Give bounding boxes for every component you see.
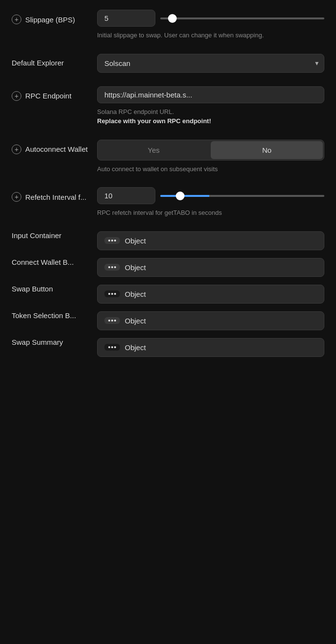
- refetch-label: + Refetch Interval f...: [12, 187, 89, 202]
- object-row-content-1: Object: [97, 258, 324, 277]
- object-row-2: Swap ButtonObject: [12, 285, 324, 304]
- object-button-4[interactable]: Object: [97, 338, 324, 357]
- slippage-input[interactable]: [97, 10, 155, 27]
- refetch-input[interactable]: [97, 187, 155, 204]
- dots-button-0[interactable]: [104, 237, 120, 244]
- autoconnect-label: + Autoconnect Wallet: [12, 140, 89, 154]
- object-row-content-2: Object: [97, 285, 324, 304]
- slippage-expand-icon[interactable]: +: [12, 15, 21, 24]
- object-label-0: Object: [125, 237, 146, 245]
- object-row-label-4: Swap Summary: [12, 338, 89, 346]
- object-label-3: Object: [125, 317, 146, 325]
- rpc-endpoint-label: + RPC Endpoint: [12, 86, 89, 101]
- dots-button-2[interactable]: [104, 290, 120, 297]
- object-label-2: Object: [125, 290, 146, 298]
- object-row-3: Token Selection B...Object: [12, 311, 324, 330]
- object-row-content-4: Object: [97, 338, 324, 357]
- autoconnect-yes-button[interactable]: Yes: [98, 140, 210, 160]
- explorer-select[interactable]: Solscan Solana Explorer SolanaFM: [97, 54, 324, 73]
- default-explorer-label: Default Explorer: [12, 54, 89, 67]
- slippage-slider[interactable]: [160, 17, 324, 19]
- object-label-4: Object: [125, 343, 146, 352]
- object-row-label-0: Input Container: [12, 231, 89, 240]
- dots-button-3[interactable]: [104, 317, 120, 324]
- autoconnect-toggle-group: Yes No: [97, 140, 324, 161]
- dots-button-4[interactable]: [104, 344, 120, 351]
- object-row-label-1: Connect Wallet B...: [12, 258, 89, 266]
- rpc-description: Solana RPC endpoint URL. Replace with yo…: [97, 107, 324, 126]
- rpc-input[interactable]: [97, 86, 324, 103]
- slippage-label: + Slippage (BPS): [12, 10, 89, 24]
- refetch-description: RPC refetch interval for getTABO in seco…: [97, 208, 324, 218]
- object-button-0[interactable]: Object: [97, 231, 324, 250]
- refetch-content: RPC refetch interval for getTABO in seco…: [97, 187, 324, 218]
- default-explorer-content: Solscan Solana Explorer SolanaFM ▾: [97, 54, 324, 73]
- object-button-2[interactable]: Object: [97, 285, 324, 304]
- object-row-4: Swap SummaryObject: [12, 338, 324, 357]
- object-row-label-3: Token Selection B...: [12, 311, 89, 320]
- object-button-1[interactable]: Object: [97, 258, 324, 277]
- slippage-description: Initial slippage to swap. User can chang…: [97, 31, 324, 40]
- slippage-content: Initial slippage to swap. User can chang…: [97, 10, 324, 40]
- refetch-row: + Refetch Interval f... RPC refetch inte…: [12, 187, 324, 218]
- object-row-content-0: Object: [97, 231, 324, 250]
- rpc-endpoint-row: + RPC Endpoint Solana RPC endpoint URL. …: [12, 86, 324, 126]
- object-row-0: Input ContainerObject: [12, 231, 324, 250]
- object-label-1: Object: [125, 263, 146, 272]
- autoconnect-expand-icon[interactable]: +: [12, 145, 21, 154]
- default-explorer-row: Default Explorer Solscan Solana Explorer…: [12, 54, 324, 73]
- explorer-select-wrapper: Solscan Solana Explorer SolanaFM ▾: [97, 54, 324, 73]
- autoconnect-description: Auto connect to wallet on subsequent vis…: [97, 164, 324, 174]
- refetch-slider[interactable]: [160, 195, 324, 197]
- autoconnect-no-button[interactable]: No: [211, 141, 323, 159]
- refetch-expand-icon[interactable]: +: [12, 192, 21, 202]
- object-row-content-3: Object: [97, 311, 324, 330]
- object-row-label-2: Swap Button: [12, 285, 89, 293]
- slippage-slider-row: [97, 10, 324, 27]
- object-button-3[interactable]: Object: [97, 311, 324, 330]
- rpc-expand-icon[interactable]: +: [12, 91, 21, 101]
- autoconnect-row: + Autoconnect Wallet Yes No Auto connect…: [12, 140, 324, 174]
- object-row-1: Connect Wallet B...Object: [12, 258, 324, 277]
- object-rows-section: Input ContainerObjectConnect Wallet B...…: [12, 231, 324, 357]
- autoconnect-content: Yes No Auto connect to wallet on subsequ…: [97, 140, 324, 174]
- rpc-endpoint-content: Solana RPC endpoint URL. Replace with yo…: [97, 86, 324, 126]
- slippage-row: + Slippage (BPS) Initial slippage to swa…: [12, 10, 324, 40]
- refetch-slider-row: [97, 187, 324, 204]
- dots-button-1[interactable]: [104, 264, 120, 271]
